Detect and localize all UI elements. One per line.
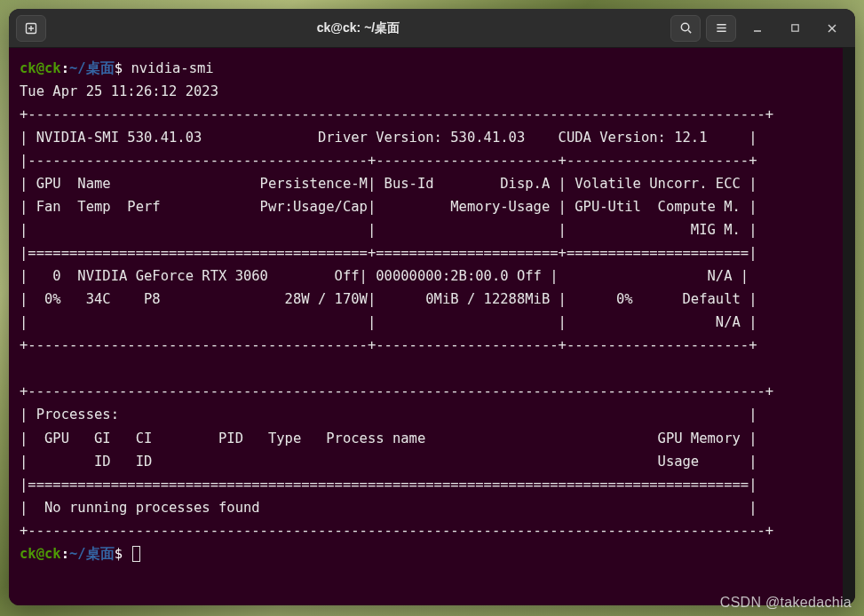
prompt-path: ~/桌面	[69, 546, 115, 562]
prompt-symbol: $	[115, 546, 123, 562]
border: |=======================================…	[20, 477, 757, 493]
header-row: | | | MIG M. |	[20, 222, 757, 238]
gpu-row: | 0% 34C P8 28W / 170W| 0MiB / 12288MiB …	[20, 291, 757, 307]
header-row: | Fan Temp Perf Pwr:Usage/Cap| Memory-Us…	[20, 199, 757, 215]
maximize-icon	[790, 23, 800, 33]
new-tab-button[interactable]	[16, 15, 46, 42]
prompt-user: ck@ck	[20, 546, 61, 562]
gpu-row: | | | N/A |	[20, 314, 757, 330]
driver-line: | NVIDIA-SMI 530.41.03 Driver Version: 5…	[20, 130, 757, 146]
watermark: CSDN @takedachia	[720, 595, 852, 611]
maximize-button[interactable]	[779, 15, 811, 42]
gpu-row: | 0 NVIDIA GeForce RTX 3060 Off| 0000000…	[20, 268, 749, 284]
close-icon	[827, 23, 837, 34]
titlebar-right	[670, 15, 848, 42]
svg-line-4	[688, 30, 691, 33]
prompt-user: ck@ck	[20, 60, 61, 76]
minimize-button[interactable]	[741, 15, 773, 42]
prompt-symbol: $	[115, 60, 123, 76]
border: +---------------------------------------…	[20, 383, 773, 399]
prompt-line-1: ck@ck:~/桌面$ nvidia-smi	[20, 60, 214, 76]
proc-header: | ID ID Usage |	[20, 454, 757, 470]
close-button[interactable]	[816, 15, 848, 42]
border: |=======================================…	[20, 245, 757, 261]
terminal-body[interactable]: ck@ck:~/桌面$ nvidia-smi Tue Apr 25 11:26:…	[9, 48, 855, 605]
svg-point-3	[681, 23, 688, 30]
menu-button[interactable]	[706, 15, 736, 42]
new-tab-icon	[24, 21, 38, 36]
minimize-icon	[752, 23, 763, 34]
proc-title: | Processes: |	[20, 407, 757, 423]
search-button[interactable]	[670, 15, 701, 42]
titlebar: ck@ck: ~/桌面	[9, 9, 855, 48]
proc-header: | GPU GI CI PID Type Process name GPU Me…	[20, 430, 757, 446]
terminal-window: ck@ck: ~/桌面 ck@ck:~/桌面$ nvidi	[9, 9, 855, 605]
hamburger-icon	[715, 21, 728, 35]
border: |---------------------------------------…	[20, 153, 757, 169]
window-title: ck@ck: ~/桌面	[53, 20, 663, 36]
search-icon	[679, 21, 693, 35]
cursor	[132, 546, 140, 562]
prompt-line-2: ck@ck:~/桌面$	[20, 546, 140, 562]
output-timestamp: Tue Apr 25 11:26:12 2023	[20, 83, 218, 99]
prompt-sep: :	[61, 546, 69, 562]
header-row: | GPU Name Persistence-M| Bus-Id Disp.A …	[20, 176, 757, 192]
svg-rect-9	[791, 25, 797, 31]
prompt-sep: :	[61, 60, 69, 76]
border: +---------------------------------------…	[20, 107, 773, 122]
command-text: nvidia-smi	[131, 60, 213, 76]
border: +---------------------------------------…	[20, 337, 757, 353]
border: +---------------------------------------…	[20, 523, 773, 539]
prompt-path: ~/桌面	[69, 60, 115, 76]
proc-none: | No running processes found |	[20, 500, 757, 516]
